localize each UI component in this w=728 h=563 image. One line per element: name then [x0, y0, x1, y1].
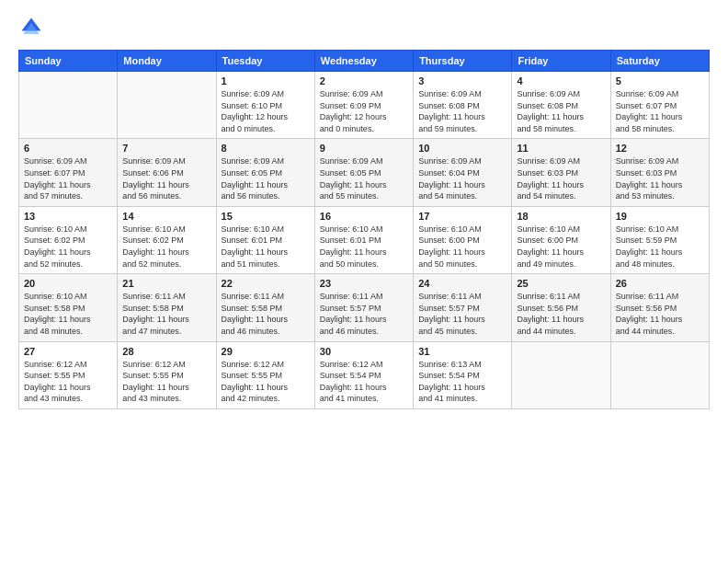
calendar-day-cell: 4Sunrise: 6:09 AM Sunset: 6:08 PM Daylig… [512, 72, 610, 139]
calendar-day-cell: 2Sunrise: 6:09 AM Sunset: 6:09 PM Daylig… [314, 72, 413, 139]
day-number: 14 [122, 211, 210, 222]
calendar-day-cell: 3Sunrise: 6:09 AM Sunset: 6:08 PM Daylig… [414, 72, 512, 139]
calendar-day-cell: 20Sunrise: 6:10 AM Sunset: 5:58 PM Dayli… [19, 274, 118, 341]
day-number: 31 [418, 346, 506, 357]
day-number: 18 [517, 211, 605, 222]
calendar-day-cell: 24Sunrise: 6:11 AM Sunset: 5:57 PM Dayli… [414, 274, 512, 341]
day-info: Sunrise: 6:10 AM Sunset: 6:01 PM Dayligh… [222, 224, 310, 270]
day-info: Sunrise: 6:11 AM Sunset: 5:56 PM Dayligh… [517, 291, 605, 337]
day-number: 28 [122, 346, 210, 357]
day-info: Sunrise: 6:09 AM Sunset: 6:07 PM Dayligh… [24, 155, 112, 201]
day-info: Sunrise: 6:12 AM Sunset: 5:55 PM Dayligh… [122, 359, 210, 405]
calendar-day-cell: 26Sunrise: 6:11 AM Sunset: 5:56 PM Dayli… [610, 274, 709, 341]
day-number: 16 [320, 211, 408, 222]
day-info: Sunrise: 6:09 AM Sunset: 6:05 PM Dayligh… [320, 155, 408, 201]
calendar-week-row: 13Sunrise: 6:10 AM Sunset: 6:02 PM Dayli… [19, 206, 710, 273]
day-number: 29 [222, 346, 310, 357]
day-of-week-header: Friday [512, 51, 610, 72]
calendar-day-cell: 15Sunrise: 6:10 AM Sunset: 6:01 PM Dayli… [216, 206, 314, 273]
day-info: Sunrise: 6:13 AM Sunset: 5:54 PM Dayligh… [418, 359, 506, 405]
day-number: 13 [24, 211, 112, 222]
day-info: Sunrise: 6:09 AM Sunset: 6:03 PM Dayligh… [517, 155, 605, 201]
day-info: Sunrise: 6:09 AM Sunset: 6:04 PM Dayligh… [418, 155, 506, 201]
day-info: Sunrise: 6:11 AM Sunset: 5:58 PM Dayligh… [222, 291, 310, 337]
day-info: Sunrise: 6:10 AM Sunset: 6:01 PM Dayligh… [320, 224, 408, 270]
day-info: Sunrise: 6:12 AM Sunset: 5:55 PM Dayligh… [222, 359, 310, 405]
day-info: Sunrise: 6:09 AM Sunset: 6:07 PM Dayligh… [616, 88, 704, 134]
calendar-day-cell: 17Sunrise: 6:10 AM Sunset: 6:00 PM Dayli… [414, 206, 512, 273]
day-number: 7 [122, 143, 210, 154]
page: SundayMondayTuesdayWednesdayThursdayFrid… [0, 0, 728, 563]
day-info: Sunrise: 6:10 AM Sunset: 6:02 PM Dayligh… [24, 224, 112, 270]
day-info: Sunrise: 6:09 AM Sunset: 6:10 PM Dayligh… [222, 88, 310, 134]
day-number: 6 [24, 143, 112, 154]
day-number: 19 [616, 211, 704, 222]
day-number: 8 [222, 143, 310, 154]
day-info: Sunrise: 6:12 AM Sunset: 5:54 PM Dayligh… [320, 359, 408, 405]
calendar-day-cell [19, 72, 118, 139]
calendar-day-cell: 14Sunrise: 6:10 AM Sunset: 6:02 PM Dayli… [118, 206, 216, 273]
day-number: 25 [517, 278, 605, 289]
day-number: 15 [222, 211, 310, 222]
day-number: 11 [517, 143, 605, 154]
calendar-day-cell: 12Sunrise: 6:09 AM Sunset: 6:03 PM Dayli… [610, 139, 709, 206]
day-info: Sunrise: 6:11 AM Sunset: 5:56 PM Dayligh… [616, 291, 704, 337]
calendar-day-cell: 1Sunrise: 6:09 AM Sunset: 6:10 PM Daylig… [216, 72, 314, 139]
day-number: 24 [418, 278, 506, 289]
calendar-day-cell: 5Sunrise: 6:09 AM Sunset: 6:07 PM Daylig… [610, 72, 709, 139]
calendar-day-cell: 16Sunrise: 6:10 AM Sunset: 6:01 PM Dayli… [314, 206, 413, 273]
day-number: 21 [122, 278, 210, 289]
day-of-week-header: Thursday [414, 51, 512, 72]
day-info: Sunrise: 6:10 AM Sunset: 5:59 PM Dayligh… [616, 224, 704, 270]
calendar-day-cell: 10Sunrise: 6:09 AM Sunset: 6:04 PM Dayli… [414, 139, 512, 206]
day-number: 3 [418, 75, 506, 86]
calendar-day-cell: 6Sunrise: 6:09 AM Sunset: 6:07 PM Daylig… [19, 139, 118, 206]
calendar-week-row: 1Sunrise: 6:09 AM Sunset: 6:10 PM Daylig… [19, 72, 710, 139]
calendar-week-row: 6Sunrise: 6:09 AM Sunset: 6:07 PM Daylig… [19, 139, 710, 206]
calendar: SundayMondayTuesdayWednesdayThursdayFrid… [18, 50, 710, 409]
day-number: 27 [24, 346, 112, 357]
day-info: Sunrise: 6:11 AM Sunset: 5:57 PM Dayligh… [320, 291, 408, 337]
calendar-day-cell: 18Sunrise: 6:10 AM Sunset: 6:00 PM Dayli… [512, 206, 610, 273]
calendar-day-cell: 27Sunrise: 6:12 AM Sunset: 5:55 PM Dayli… [19, 341, 118, 408]
day-of-week-header: Monday [118, 51, 216, 72]
calendar-day-cell: 21Sunrise: 6:11 AM Sunset: 5:58 PM Dayli… [118, 274, 216, 341]
calendar-day-cell [610, 341, 709, 408]
calendar-day-cell: 7Sunrise: 6:09 AM Sunset: 6:06 PM Daylig… [118, 139, 216, 206]
calendar-day-cell: 11Sunrise: 6:09 AM Sunset: 6:03 PM Dayli… [512, 139, 610, 206]
logo-icon [18, 15, 44, 40]
day-info: Sunrise: 6:09 AM Sunset: 6:03 PM Dayligh… [616, 155, 704, 201]
day-of-week-header: Saturday [610, 51, 709, 72]
day-info: Sunrise: 6:09 AM Sunset: 6:08 PM Dayligh… [418, 88, 506, 134]
day-number: 23 [320, 278, 408, 289]
day-info: Sunrise: 6:09 AM Sunset: 6:09 PM Dayligh… [320, 88, 408, 134]
calendar-day-cell [512, 341, 610, 408]
day-number: 30 [320, 346, 408, 357]
calendar-day-cell: 31Sunrise: 6:13 AM Sunset: 5:54 PM Dayli… [414, 341, 512, 408]
logo [18, 15, 48, 40]
calendar-day-cell: 13Sunrise: 6:10 AM Sunset: 6:02 PM Dayli… [19, 206, 118, 273]
day-info: Sunrise: 6:12 AM Sunset: 5:55 PM Dayligh… [24, 359, 112, 405]
calendar-day-cell: 29Sunrise: 6:12 AM Sunset: 5:55 PM Dayli… [216, 341, 314, 408]
header [18, 15, 710, 40]
day-number: 17 [418, 211, 506, 222]
day-info: Sunrise: 6:10 AM Sunset: 6:00 PM Dayligh… [517, 224, 605, 270]
day-number: 1 [222, 75, 310, 86]
day-number: 22 [222, 278, 310, 289]
calendar-week-row: 20Sunrise: 6:10 AM Sunset: 5:58 PM Dayli… [19, 274, 710, 341]
day-number: 20 [24, 278, 112, 289]
calendar-day-cell: 9Sunrise: 6:09 AM Sunset: 6:05 PM Daylig… [314, 139, 413, 206]
day-number: 2 [320, 75, 408, 86]
day-number: 10 [418, 143, 506, 154]
day-info: Sunrise: 6:09 AM Sunset: 6:08 PM Dayligh… [517, 88, 605, 134]
calendar-day-cell: 28Sunrise: 6:12 AM Sunset: 5:55 PM Dayli… [118, 341, 216, 408]
day-number: 5 [616, 75, 704, 86]
day-number: 12 [616, 143, 704, 154]
day-of-week-header: Tuesday [216, 51, 314, 72]
calendar-day-cell: 8Sunrise: 6:09 AM Sunset: 6:05 PM Daylig… [216, 139, 314, 206]
calendar-day-cell: 19Sunrise: 6:10 AM Sunset: 5:59 PM Dayli… [610, 206, 709, 273]
day-number: 26 [616, 278, 704, 289]
calendar-header-row: SundayMondayTuesdayWednesdayThursdayFrid… [19, 51, 710, 72]
day-info: Sunrise: 6:10 AM Sunset: 6:02 PM Dayligh… [122, 224, 210, 270]
day-of-week-header: Sunday [19, 51, 118, 72]
